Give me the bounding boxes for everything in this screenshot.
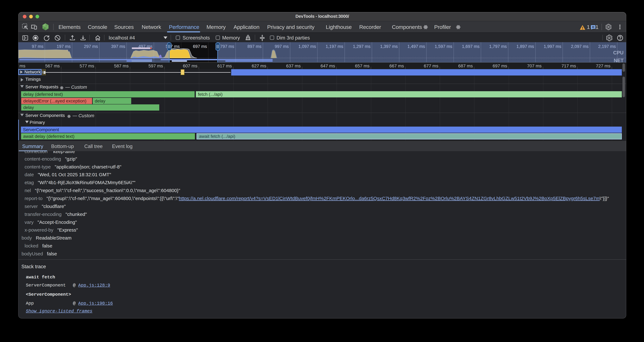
- svg-text:607 ms: 607 ms: [183, 64, 198, 68]
- svg-text:697 ms: 697 ms: [193, 44, 207, 49]
- svg-text:617 ms: 617 ms: [217, 64, 232, 68]
- svg-text:687 ms: 687 ms: [458, 64, 473, 68]
- svg-text:597 ms: 597 ms: [148, 64, 163, 68]
- svg-text:567 ms: 567 ms: [45, 64, 60, 68]
- svg-text:CPU: CPU: [613, 50, 624, 56]
- svg-text:677 ms: 677 ms: [424, 64, 438, 68]
- svg-text:637 ms: 637 ms: [286, 64, 301, 68]
- svg-text:727 ms: 727 ms: [596, 64, 610, 68]
- svg-text:707 ms: 707 ms: [527, 64, 542, 68]
- svg-text:627 ms: 627 ms: [252, 64, 266, 68]
- svg-text:657 ms: 657 ms: [355, 64, 370, 68]
- svg-text:667 ms: 667 ms: [389, 64, 404, 68]
- svg-text:647 ms: 647 ms: [320, 64, 335, 68]
- svg-text:717 ms: 717 ms: [562, 64, 576, 68]
- svg-text:587 ms: 587 ms: [114, 64, 129, 68]
- svg-text:577 ms: 577 ms: [80, 64, 94, 68]
- svg-text:ms: ms: [20, 64, 25, 68]
- svg-text:NET: NET: [614, 58, 624, 63]
- svg-text:697 ms: 697 ms: [493, 64, 507, 68]
